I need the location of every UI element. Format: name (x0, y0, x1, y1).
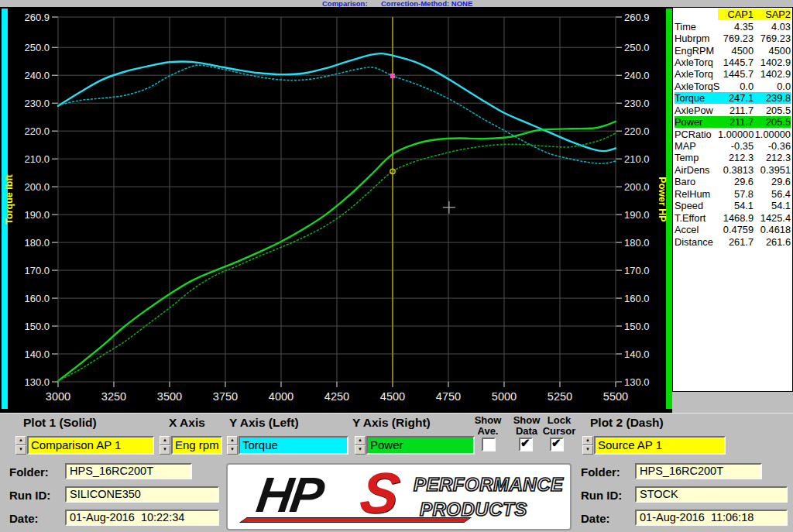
yleft-combo-group: ▲ ▼ Torque (227, 436, 348, 455)
yleft-label: Y Axis (Left) (229, 416, 299, 430)
svg-text:5250: 5250 (548, 390, 572, 403)
svg-text:180.0: 180.0 (24, 237, 50, 249)
show-data-checkmark: ✔ (520, 436, 530, 449)
yright-combo-group: ▲ ▼ Power (355, 436, 475, 455)
table-row: Speed54.154.1 (675, 200, 791, 211)
hps-logo: HP S PERFORMANCE PRODUCTS (226, 463, 572, 530)
plot1-spinner-up-icon[interactable]: ▲ (15, 436, 26, 445)
xaxis-select[interactable]: Eng rpm (171, 436, 222, 455)
table-row: Accel0.47590.4618 (675, 224, 791, 235)
dyno-app-window: Comparison: Correction-Method: NONE 260.… (0, 0, 793, 532)
svg-text:180.0: 180.0 (624, 237, 650, 249)
table-row: Baro29.629.6 (675, 176, 791, 187)
svg-text:4000: 4000 (269, 390, 294, 403)
plot2-spinner-down-icon[interactable]: ▼ (582, 445, 593, 455)
svg-text:190.0: 190.0 (624, 209, 650, 221)
table-row: Distance261.7261.6 (675, 235, 791, 247)
data-table-rows: Time4.354.03Hubrpm769.23769.23EngRPM4500… (675, 20, 791, 247)
svg-text:3500: 3500 (157, 390, 182, 403)
yleft-spinner[interactable]: ▲ ▼ (227, 436, 238, 455)
lock-cursor-label: Lock Cursor (536, 415, 582, 437)
plot1-spinner[interactable]: ▲ ▼ (15, 436, 26, 455)
svg-text:240.0: 240.0 (624, 70, 650, 81)
svg-text:220.0: 220.0 (624, 125, 650, 137)
xaxis-label: X Axis (169, 416, 205, 430)
svg-text:250.0: 250.0 (24, 42, 50, 53)
svg-text:160.0: 160.0 (24, 293, 50, 304)
yright-label: Y Axis (Right) (352, 416, 431, 430)
svg-text:230.0: 230.0 (624, 98, 650, 109)
table-row: AxleTorqS0.00.0 (675, 81, 791, 92)
dyno-plot-svg[interactable]: 260.9260.9250.0250.0240.0240.0230.0230.0… (0, 7, 672, 413)
xaxis-spinner[interactable]: ▲ ▼ (160, 436, 170, 455)
svg-text:3750: 3750 (213, 390, 238, 403)
plot1-spinner-down-icon[interactable]: ▼ (15, 445, 26, 455)
date-left-field[interactable]: 01-Aug-2016 10:22:34 (65, 510, 219, 526)
table-row: PCRatio1.000001.00000 (675, 128, 791, 139)
svg-text:250.0: 250.0 (624, 42, 650, 53)
folder-right-field[interactable]: HPS_16RC200T (635, 463, 762, 479)
dyno-chart-area[interactable]: 260.9260.9250.0250.0240.0240.0230.0230.0… (0, 7, 672, 413)
top-status-bar: Comparison: Correction-Method: NONE (0, 0, 793, 7)
date-right-label: Date: (581, 512, 610, 525)
column-header-cap1: CAP1 (718, 9, 754, 20)
xaxis-combo-group: ▲ ▼ Eng rpm (160, 436, 222, 455)
svg-text:140.0: 140.0 (24, 348, 50, 360)
svg-text:130.0: 130.0 (24, 376, 50, 388)
xaxis-spinner-down-icon[interactable]: ▼ (160, 445, 170, 455)
table-row: Hubrpm769.23769.23 (675, 33, 791, 44)
svg-text:150.0: 150.0 (24, 321, 50, 332)
svg-text:260.9: 260.9 (624, 12, 650, 23)
plot2-select[interactable]: Source AP 1 (594, 436, 726, 455)
yleft-spinner-up-icon[interactable]: ▲ (227, 436, 238, 445)
svg-text:190.0: 190.0 (24, 209, 50, 221)
plot2-combo-group: ▲ ▼ Source AP 1 (582, 436, 726, 455)
table-row: MAP-0.35-0.36 (675, 140, 791, 152)
plot1-select[interactable]: Comparison AP 1 (27, 436, 154, 455)
date-right-field[interactable]: 01-Aug-2016 11:06:18 (635, 510, 788, 526)
svg-text:4750: 4750 (436, 390, 461, 403)
table-row: AxleTorq1445.71402.9 (675, 68, 791, 80)
yright-spinner[interactable]: ▲ ▼ (355, 436, 366, 455)
svg-text:5000: 5000 (492, 390, 517, 403)
bottom-control-panel: Plot 1 (Solid) X Axis Y Axis (Left) Y Ax… (0, 413, 793, 532)
svg-text:220.0: 220.0 (24, 125, 50, 137)
svg-text:160.0: 160.0 (624, 293, 650, 304)
svg-text:140.0: 140.0 (624, 348, 650, 360)
svg-text:Power HP: Power HP (657, 177, 668, 221)
yleft-select[interactable]: Torque (239, 436, 348, 455)
yright-select[interactable]: Power (366, 436, 475, 455)
runid-left-label: Run ID: (9, 489, 50, 502)
svg-text:200.0: 200.0 (24, 181, 50, 193)
svg-text:200.0: 200.0 (624, 181, 650, 193)
svg-text:170.0: 170.0 (624, 265, 650, 276)
yright-spinner-down-icon[interactable]: ▼ (355, 445, 366, 455)
hps-logo-products-text: PRODUCTS (420, 499, 527, 520)
show-data-checkbox[interactable]: ✔ (519, 438, 533, 451)
svg-text:3250: 3250 (101, 390, 126, 403)
svg-text:150.0: 150.0 (624, 321, 650, 332)
svg-text:3000: 3000 (46, 390, 70, 403)
yleft-spinner-down-icon[interactable]: ▼ (227, 445, 238, 455)
column-header-sap2: SAP2 (754, 9, 791, 20)
table-row: T.Effort1468.91425.4 (675, 211, 791, 223)
svg-text:130.0: 130.0 (624, 376, 650, 388)
svg-text:170.0: 170.0 (24, 265, 50, 276)
plot2-spinner-up-icon[interactable]: ▲ (582, 436, 593, 445)
table-row: Time4.354.03 (675, 20, 791, 32)
runid-right-field[interactable]: STOCK (635, 486, 788, 503)
plot2-label: Plot 2 (Dash) (590, 416, 664, 430)
table-header-row: CAP1 SAP2 (675, 9, 791, 20)
table-row: AirDens0.38130.3951 (675, 164, 791, 176)
svg-text:4250: 4250 (324, 390, 349, 403)
svg-text:260.9: 260.9 (24, 12, 50, 23)
xaxis-spinner-up-icon[interactable]: ▲ (160, 436, 170, 445)
lock-cursor-checkbox[interactable]: ✔ (550, 438, 564, 451)
show-ave-checkbox[interactable] (482, 438, 496, 451)
yright-spinner-up-icon[interactable]: ▲ (355, 436, 366, 445)
runid-right-label: Run ID: (581, 489, 622, 502)
runid-left-field[interactable]: SILICONE350 (65, 486, 219, 503)
folder-left-field[interactable]: HPS_16RC200T (65, 463, 192, 479)
plot2-spinner[interactable]: ▲ ▼ (582, 436, 593, 455)
svg-text:5500: 5500 (603, 390, 628, 403)
